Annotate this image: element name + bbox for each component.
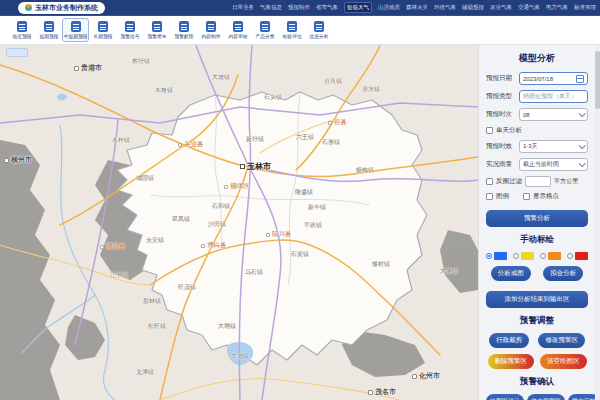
edit-warning-area-button[interactable]: 修改预警区 [538,333,585,348]
area-filter-input[interactable] [525,176,551,187]
admin-clip-button[interactable]: 行政裁剪 [489,333,529,348]
panel-title: 模型分析 [486,52,588,65]
area-filter-label: 反圈过滤 [496,177,522,186]
forecast-date-input[interactable]: 2023/07/18 [519,72,588,85]
plot-color-red[interactable] [567,252,588,260]
toolbar-item-label: 临近预报 [12,33,31,39]
toolbar-item-6[interactable]: 预警解除 [170,18,197,42]
map-corner-tag[interactable] [6,48,28,57]
toolbar-item-label: 信息分析 [309,33,328,39]
toolbar-item-label: 长期预报 [93,33,112,39]
delete-warning-area-button[interactable]: 删除预警区 [488,354,535,369]
app-logo[interactable]: 玉林市业务制作系统 [18,2,105,14]
chevron-down-icon [579,160,586,167]
topnav-item-9[interactable]: 农业气象 [490,4,512,11]
add-result-to-output-button[interactable]: 添加分析结果到输出区 [486,291,588,308]
toolbar-item-label: 预警发布 [147,33,166,39]
topnav-item-7[interactable]: 环境气象 [434,4,456,11]
topnav-item-8[interactable]: 辅助预报 [462,4,484,11]
toolbar-item-2[interactable]: 中短期预报 [62,18,89,42]
forecast-hour-select[interactable]: 08 [519,108,588,121]
color-chip [521,252,534,260]
toolbar-item-label: 产品分发 [255,33,274,39]
document-icon [206,21,216,32]
topnav-item-1[interactable]: 气象信息 [260,4,282,11]
topnav-item-5[interactable]: 山洪地质 [378,4,400,11]
modify-warning-area-button[interactable]: 修改预警区 [527,394,565,400]
chevron-down-icon [579,142,586,149]
radio-icon [486,253,492,259]
document-icon [260,21,270,32]
topnav-item-2[interactable]: 预报制作 [288,4,310,11]
toolbar-item-0[interactable]: 临近预报 [8,18,35,42]
topnav-item-12[interactable]: 标准管理 [574,4,596,11]
document-icon [287,21,297,32]
toolbar-item-5[interactable]: 预警发布 [143,18,170,42]
toolbar-item-11[interactable]: 信息分析 [305,18,332,42]
toolbar-item-label: 短期预报 [39,33,58,39]
toolbar-item-9[interactable]: 产品分发 [251,18,278,42]
validity-value: 1-3天 [523,142,579,151]
rainfall-select[interactable]: 截止当前时间 [519,158,588,171]
single-day-checkbox[interactable] [486,127,493,134]
main-area: 玉林市贵港市横州市茂名市化州市兴业县容县福绵区陆川县博白县浦北县桥圩镇木格镇大坡… [0,45,600,400]
validity-select[interactable]: 1-3天 [519,140,588,153]
forecast-hour-label: 预报时次 [486,110,516,119]
lake [57,94,67,101]
toolbar-item-label: 预警解除 [174,33,193,39]
plot-color-blue[interactable] [486,252,507,260]
document-icon [233,21,243,32]
toolbar-item-label: 检验评估 [282,33,301,39]
map-canvas[interactable]: 玉林市贵港市横州市茂名市化州市兴业县容县福绵区陆川县博白县浦北县桥圩镇木格镇大坡… [0,45,478,400]
submit-review-button[interactable]: 提交审核 [568,394,595,400]
document-icon [98,21,108,32]
forecast-date-value: 2023/07/18 [523,76,576,82]
color-chip [548,252,561,260]
toolbar-item-label: 内容制作 [201,33,220,39]
radio-icon [513,253,519,259]
forecast-date-label: 预报日期 [486,74,516,83]
topnav-item-10[interactable]: 交通气象 [518,4,540,11]
toolbar-item-8[interactable]: 内容审核 [224,18,251,42]
topnav-item-3[interactable]: 省市气象 [316,4,338,11]
forecast-hour-value: 08 [523,112,579,118]
forecast-type-value: 精细化预报（单天） [523,92,584,101]
calendar-icon[interactable] [576,75,584,83]
document-icon [71,21,81,32]
warning-analyze-button[interactable]: 预警分析 [486,210,588,227]
grid-label: 显示格点 [533,192,559,201]
scrollbar[interactable] [595,45,600,400]
toolbar-item-4[interactable]: 预警信号 [116,18,143,42]
plot-color-yellow[interactable] [513,252,534,260]
grid-checkbox[interactable] [523,193,530,200]
warning-confirm-title: 预警确认 [486,376,588,388]
scrollbar-thumb[interactable] [595,51,600,109]
topnav-item-4[interactable]: 短临天气 [344,2,372,13]
clear-draw-area-button[interactable]: 清空绘图区 [540,354,587,369]
topnav-item-11[interactable]: 电力气象 [546,4,568,11]
document-icon [179,21,189,32]
document-icon [314,21,324,32]
draw-area-confirm-button[interactable]: 绘图区确认 [486,394,524,400]
color-chip [575,252,588,260]
rainfall-label: 实况雨量 [486,160,516,169]
map-graphics [0,45,478,400]
plot-color-orange[interactable] [540,252,561,260]
manual-plot-title: 手动标绘 [486,234,588,246]
analysis-to-image-button[interactable]: 分析成图 [491,266,531,281]
toolbar-item-1[interactable]: 短期预报 [35,18,62,42]
forecast-type-input[interactable]: 精细化预报（单天） [519,90,588,103]
fit-analysis-button[interactable]: 拟合分析 [543,266,583,281]
area-filter-checkbox[interactable] [486,178,493,185]
toolbar-item-10[interactable]: 检验评估 [278,18,305,42]
top-menu: 日常业务气象信息预报制作省市气象短临天气山洪地质森林火灾环境气象辅助预报农业气象… [232,2,596,13]
legend-checkbox[interactable] [486,193,493,200]
radio-icon [540,253,546,259]
document-icon [17,21,27,32]
radio-icon [567,253,573,259]
toolbar-item-7[interactable]: 内容制作 [197,18,224,42]
topnav-item-0[interactable]: 日常业务 [232,4,254,11]
topnav-item-6[interactable]: 森林火灾 [406,4,428,11]
toolbar-item-3[interactable]: 长期预报 [89,18,116,42]
area-filter-unit: 平方公里 [554,177,578,186]
